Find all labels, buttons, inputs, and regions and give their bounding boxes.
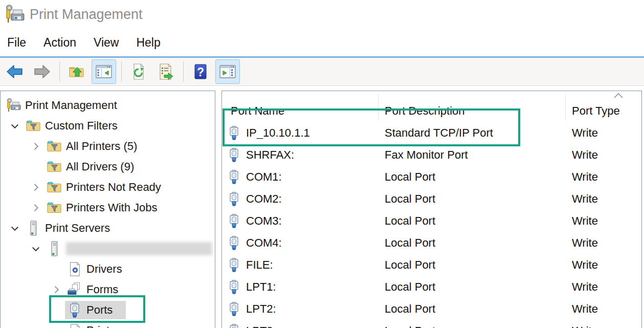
back-arrow-icon [6, 63, 24, 80]
port-name-cell: IP_10.10.1.1 [246, 126, 310, 140]
tree-item-icon [67, 302, 82, 318]
back-button[interactable] [3, 59, 27, 84]
port-row-com4[interactable]: COM4: Local Port Write [222, 232, 641, 254]
console-tree: Print Management Custom Filters All Prin… [1, 91, 215, 328]
toolbar: ? [0, 58, 644, 86]
menu-action[interactable]: Action [43, 36, 76, 50]
help-button[interactable]: ? [188, 59, 213, 84]
menu-file[interactable]: File [7, 36, 26, 50]
svg-text:?: ? [197, 65, 204, 79]
port-icon [229, 258, 239, 272]
tree-item-printers-not-ready[interactable]: Printers Not Ready [1, 177, 215, 198]
port-description-cell: Local Port [385, 302, 435, 316]
expander-icon[interactable] [27, 138, 45, 155]
port-type-cell: Write [572, 192, 598, 206]
tree-item-icon [6, 98, 21, 113]
tree-item-printers-with-jobs[interactable]: Printers With Jobs [1, 198, 215, 218]
column-header-port-description[interactable]: Port Description [385, 104, 465, 118]
port-row-com3[interactable]: COM3: Local Port Write [222, 210, 641, 232]
tree-item-label: Ports [86, 303, 113, 317]
port-name-cell: COM4: [246, 236, 282, 250]
port-row-com2[interactable]: COM2: Local Port Write [222, 188, 641, 210]
redacted-server-name [66, 242, 212, 255]
tree-item-icon [26, 118, 41, 134]
tree-item-icon [47, 139, 62, 154]
expander-icon[interactable] [48, 281, 65, 298]
port-row-file[interactable]: FILE: Local Port Write [222, 254, 641, 276]
port-description-cell: Local Port [385, 214, 435, 228]
expander-icon[interactable] [27, 158, 45, 176]
port-type-cell: Write [572, 236, 598, 250]
tree-item-ports[interactable]: Ports [1, 300, 215, 320]
up-one-level-button[interactable] [64, 59, 89, 84]
tree-item-forms[interactable]: Forms [1, 279, 215, 300]
window-title: Print Management [30, 7, 143, 23]
port-row-lpt1[interactable]: LPT1: Local Port Write [222, 276, 641, 298]
show-hide-action-pane-button[interactable] [215, 59, 240, 84]
show-hide-console-tree-button[interactable] [92, 59, 116, 84]
tree-item-printers[interactable]: Printers [1, 320, 215, 328]
tree-item-drivers[interactable]: Drivers [1, 259, 215, 279]
port-name-cell: LPT2: [246, 302, 276, 316]
port-description-cell: Local Port [385, 280, 435, 294]
port-description-cell: Local Port [385, 258, 435, 272]
refresh-button[interactable] [126, 59, 151, 84]
tree-item-label: All Drivers (9) [66, 160, 134, 173]
column-header-port-name[interactable]: Port Name [231, 104, 284, 118]
ports-list-pane: Port Name Port Description Port Type IP_… [221, 91, 642, 328]
forward-button[interactable] [30, 59, 54, 84]
export-list-button[interactable] [153, 59, 178, 84]
expander-icon[interactable] [48, 260, 65, 278]
refresh-icon [130, 63, 147, 80]
tree-item-print-management[interactable]: Print Management [1, 95, 215, 116]
column-divider [565, 94, 566, 121]
port-icon [229, 302, 239, 316]
toolbar-separator [121, 61, 122, 82]
column-header-port-type[interactable]: Port Type [572, 104, 620, 118]
expander-icon[interactable] [6, 220, 24, 237]
menu-help[interactable]: Help [136, 36, 160, 50]
menu-view[interactable]: View [94, 36, 119, 50]
expander-icon[interactable] [48, 301, 65, 319]
menu-bar: File Action View Help [0, 29, 644, 56]
help-icon: ? [192, 63, 209, 80]
port-row-shrfax[interactable]: SHRFAX: Fax Monitor Port Write [222, 144, 641, 166]
forward-arrow-icon [33, 63, 51, 80]
tree-item-label: Custom Filters [45, 119, 118, 133]
tree-item-label: All Printers (5) [66, 140, 137, 153]
console-tree-panel-icon [95, 63, 113, 80]
folder-up-arrow-icon [68, 63, 85, 80]
console-tree-pane: Print Management Custom Filters All Prin… [0, 91, 215, 328]
tree-item-icon [67, 282, 82, 297]
port-row-com1[interactable]: COM1: Local Port Write [222, 166, 641, 188]
expander-icon[interactable] [27, 199, 45, 216]
port-name-cell: FILE: [246, 258, 273, 272]
port-icon [229, 192, 239, 206]
tree-item-print-servers[interactable]: Print Servers [1, 218, 215, 238]
port-row-ip-10.10.1.1[interactable]: IP_10.10.1.1 Standard TCP/IP Port Write [222, 122, 641, 144]
port-row-lpt2[interactable]: LPT2: Local Port Write [222, 298, 641, 320]
port-description-cell: Local Port [385, 236, 435, 250]
port-name-cell: COM3: [246, 214, 282, 228]
expander-icon[interactable] [27, 179, 45, 196]
port-icon [229, 236, 239, 250]
expander-icon[interactable] [48, 322, 65, 328]
tree-item-all-printers-5[interactable]: All Printers (5) [1, 136, 215, 157]
sort-ascending-icon [613, 92, 624, 99]
port-row-lpt3[interactable]: LPT3: Local Port Write [222, 320, 641, 328]
port-icon [229, 324, 239, 328]
tree-item-server-redacted[interactable]: : [1, 238, 215, 259]
expander-icon[interactable] [27, 240, 45, 257]
expander-icon[interactable] [6, 117, 24, 135]
port-name-cell: COM2: [246, 192, 282, 206]
tree-item-all-drivers-9[interactable]: All Drivers (9) [1, 157, 215, 177]
port-icon [229, 170, 239, 184]
port-type-cell: Write [572, 280, 598, 294]
tree-item-label: Printers With Jobs [66, 201, 158, 214]
tree-item-custom-filters[interactable]: Custom Filters [1, 116, 215, 136]
tree-item-label: Print Servers [45, 222, 110, 235]
action-pane-icon [219, 63, 236, 80]
port-type-cell: Write [572, 258, 598, 272]
port-type-cell: Write [572, 324, 598, 328]
port-icon [229, 280, 239, 294]
